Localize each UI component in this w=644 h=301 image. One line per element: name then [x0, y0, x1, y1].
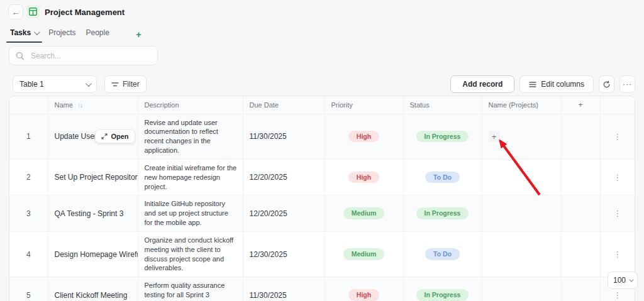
filter-icon	[111, 81, 119, 88]
status-cell[interactable]: In Progress	[403, 114, 482, 159]
description-cell[interactable]: Initialize GitHub repository and set up …	[138, 195, 243, 232]
page-size-select[interactable]: 100	[608, 271, 638, 289]
header-status[interactable]: Status	[403, 96, 482, 114]
status-badge: In Progress	[416, 131, 469, 143]
row-number[interactable]: 5	[9, 277, 48, 301]
add-table-button[interactable]: +	[131, 26, 147, 42]
priority-badge: High	[348, 131, 379, 143]
projects-cell[interactable]	[482, 195, 561, 232]
table-row: 1 Update User Docu Open Revise and updat…	[9, 114, 635, 159]
view-select[interactable]: Table 1	[13, 75, 97, 93]
projects-add-button[interactable]: +	[489, 131, 500, 142]
add-column-button[interactable]: +	[561, 96, 600, 114]
priority-cell[interactable]: Medium	[325, 195, 403, 232]
refresh-icon	[602, 80, 611, 89]
priority-cell[interactable]: High	[325, 114, 403, 159]
sort-icon[interactable]: ↑↓	[77, 102, 82, 109]
header-row: Name ↑↓ Description Due Date Priority St…	[9, 96, 635, 114]
status-cell[interactable]: In Progress	[403, 195, 482, 232]
refresh-button[interactable]	[599, 75, 614, 93]
status-badge: To Do	[425, 172, 460, 183]
header-description[interactable]: Description	[138, 96, 243, 114]
kebab-icon[interactable]: ⋮	[601, 290, 635, 300]
due-date-cell[interactable]: 11/30/2025	[243, 114, 325, 159]
table-row: 3 QA Testing - Sprint 3 Initialize GitHu…	[9, 195, 635, 232]
tab-projects[interactable]: Projects	[43, 25, 80, 43]
projects-cell[interactable]	[482, 277, 561, 301]
projects-cell[interactable]	[482, 231, 561, 276]
due-date-cell[interactable]: 12/20/2025	[243, 195, 325, 232]
status-badge: To Do	[425, 248, 460, 260]
filter-button[interactable]: Filter	[104, 75, 147, 93]
tab-tasks[interactable]: Tasks	[5, 25, 43, 43]
row-actions-cell[interactable]: ⋮	[600, 195, 635, 232]
empty-cell	[561, 231, 600, 276]
row-number[interactable]: 1	[9, 114, 48, 159]
priority-cell[interactable]: Medium	[325, 231, 403, 276]
add-record-button[interactable]: Add record	[450, 75, 514, 93]
due-date-cell[interactable]: 11/30/2025	[243, 277, 325, 301]
due-date-cell[interactable]: 12/20/2025	[243, 159, 325, 195]
table-tabs: Tasks Projects People +	[5, 25, 147, 43]
status-cell[interactable]: To Do	[403, 231, 482, 276]
back-button[interactable]: ←	[8, 4, 23, 19]
status-cell[interactable]: In Progress	[403, 277, 482, 301]
empty-cell	[561, 277, 600, 301]
row-actions-cell[interactable]: ⋮	[600, 114, 635, 159]
priority-badge: Medium	[343, 207, 385, 219]
tab-people[interactable]: People	[81, 25, 114, 43]
chevron-down-icon[interactable]	[34, 29, 40, 35]
row-actions-cell[interactable]: ⋮	[600, 231, 635, 276]
header-row-num	[9, 96, 48, 114]
header-actions	[600, 96, 635, 114]
row-number[interactable]: 2	[9, 159, 48, 195]
due-date-cell[interactable]: 12/30/2025	[243, 231, 325, 276]
search-input[interactable]	[31, 52, 144, 60]
name-cell[interactable]: Update User Docu Open	[48, 114, 138, 159]
table-row: 4 Design Homepage Wireframe Organize and…	[9, 231, 635, 276]
status-cell[interactable]: To Do	[403, 159, 482, 195]
row-actions-cell[interactable]: ⋮	[600, 159, 635, 195]
header-due-date[interactable]: Due Date	[243, 96, 325, 114]
search-icon	[16, 52, 25, 60]
kebab-icon[interactable]: ⋮	[601, 132, 635, 141]
ellipsis-icon: ···	[623, 80, 632, 89]
records-table: Name ↑↓ Description Due Date Priority St…	[9, 96, 635, 301]
table-row: 5 Client Kickoff Meeting Perform quality…	[9, 277, 635, 301]
priority-cell[interactable]: High	[325, 159, 403, 195]
kebab-icon[interactable]: ⋮	[601, 173, 635, 182]
projects-cell[interactable]	[482, 159, 561, 195]
table-icon	[26, 5, 40, 18]
empty-cell	[561, 114, 600, 159]
description-cell[interactable]: Revise and update user documentation to …	[138, 114, 243, 159]
name-cell[interactable]: Design Homepage Wireframe	[48, 231, 138, 276]
priority-badge: High	[348, 172, 379, 183]
page-title: Project Management	[45, 8, 125, 17]
open-record-button[interactable]: Open	[95, 129, 135, 143]
chevron-down-icon	[86, 80, 92, 87]
header-name[interactable]: Name ↑↓	[48, 96, 138, 114]
header-priority[interactable]: Priority	[325, 96, 403, 114]
name-cell[interactable]: Set Up Project Repository	[48, 159, 138, 195]
description-cell[interactable]: Perform quality assurance testing for al…	[138, 277, 243, 301]
empty-cell	[561, 195, 600, 232]
row-number[interactable]: 3	[9, 195, 48, 232]
list-icon	[529, 81, 536, 88]
name-cell[interactable]: QA Testing - Sprint 3	[48, 195, 138, 232]
more-button[interactable]: ···	[619, 75, 635, 93]
chevron-down-icon	[629, 277, 633, 282]
row-number[interactable]: 4	[9, 231, 48, 276]
description-cell[interactable]: Create initial wireframe for the new hom…	[138, 159, 243, 195]
kebab-icon[interactable]: ⋮	[601, 209, 635, 218]
header-projects[interactable]: Name (Projects)	[482, 96, 561, 114]
expand-icon	[101, 133, 108, 140]
back-arrow-icon: ←	[12, 8, 20, 17]
edit-columns-button[interactable]: Edit columns	[519, 75, 594, 93]
search-box[interactable]	[9, 46, 158, 65]
projects-cell[interactable]: +	[482, 114, 561, 159]
name-cell[interactable]: Client Kickoff Meeting	[48, 277, 138, 301]
description-cell[interactable]: Organize and conduct kickoff meeting wit…	[138, 231, 243, 276]
priority-cell[interactable]: High	[325, 277, 403, 301]
kebab-icon[interactable]: ⋮	[601, 249, 635, 259]
status-badge: In Progress	[416, 289, 469, 301]
